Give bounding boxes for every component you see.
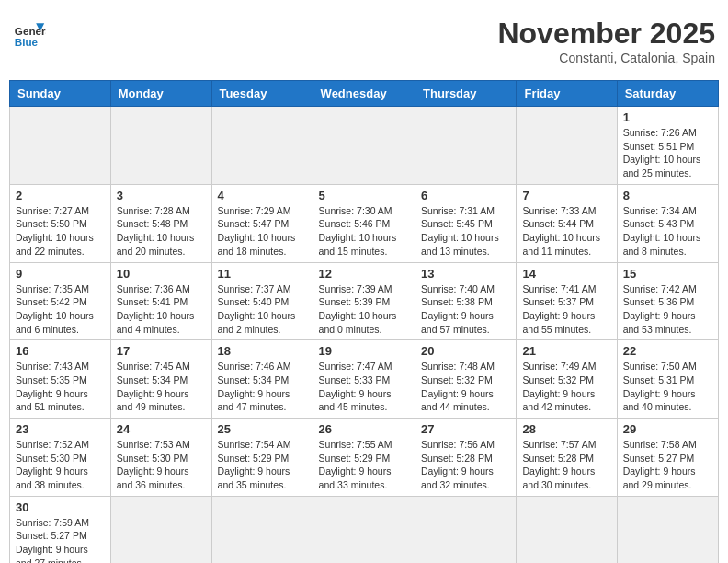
day-info: Sunrise: 7:49 AM Sunset: 5:32 PM Dayligh…	[522, 360, 610, 414]
calendar-cell: 12Sunrise: 7:39 AM Sunset: 5:39 PM Dayli…	[313, 262, 415, 340]
calendar-cell	[211, 107, 313, 185]
day-number: 22	[623, 344, 712, 358]
day-number: 23	[16, 422, 105, 436]
calendar-cell: 25Sunrise: 7:54 AM Sunset: 5:29 PM Dayli…	[211, 419, 313, 497]
calendar-cell	[517, 107, 617, 185]
calendar-cell	[313, 107, 415, 185]
calendar-cell: 1Sunrise: 7:26 AM Sunset: 5:51 PM Daylig…	[617, 107, 718, 185]
day-number: 30	[16, 500, 105, 514]
day-info: Sunrise: 7:45 AM Sunset: 5:34 PM Dayligh…	[117, 360, 206, 414]
day-number: 24	[117, 422, 206, 436]
calendar-cell: 26Sunrise: 7:55 AM Sunset: 5:29 PM Dayli…	[313, 419, 415, 497]
subtitle: Constanti, Catalonia, Spain	[497, 51, 715, 65]
day-number: 16	[16, 344, 105, 358]
week-row-2: 2Sunrise: 7:27 AM Sunset: 5:50 PM Daylig…	[10, 184, 719, 262]
days-header-row: SundayMondayTuesdayWednesdayThursdayFrid…	[10, 81, 719, 107]
calendar-cell: 24Sunrise: 7:53 AM Sunset: 5:30 PM Dayli…	[110, 419, 211, 497]
day-number: 4	[218, 189, 307, 202]
day-info: Sunrise: 7:31 AM Sunset: 5:45 PM Dayligh…	[421, 204, 510, 259]
day-info: Sunrise: 7:28 AM Sunset: 5:48 PM Dayligh…	[117, 204, 206, 259]
day-number: 21	[522, 344, 610, 358]
calendar-cell: 5Sunrise: 7:30 AM Sunset: 5:46 PM Daylig…	[313, 184, 415, 262]
day-info: Sunrise: 7:57 AM Sunset: 5:28 PM Dayligh…	[522, 438, 610, 492]
day-info: Sunrise: 7:41 AM Sunset: 5:37 PM Dayligh…	[522, 282, 610, 337]
calendar-cell	[110, 107, 211, 185]
day-number: 13	[421, 267, 510, 281]
day-number: 28	[522, 422, 610, 436]
calendar-cell: 17Sunrise: 7:45 AM Sunset: 5:34 PM Dayli…	[110, 340, 211, 419]
day-number: 29	[623, 422, 712, 436]
day-info: Sunrise: 7:36 AM Sunset: 5:41 PM Dayligh…	[117, 282, 206, 337]
day-info: Sunrise: 7:39 AM Sunset: 5:39 PM Dayligh…	[319, 282, 409, 337]
week-row-5: 23Sunrise: 7:52 AM Sunset: 5:30 PM Dayli…	[10, 419, 719, 497]
calendar-cell: 19Sunrise: 7:47 AM Sunset: 5:33 PM Dayli…	[313, 340, 415, 419]
day-header-monday: Monday	[110, 81, 211, 107]
calendar-cell: 8Sunrise: 7:34 AM Sunset: 5:43 PM Daylig…	[617, 184, 718, 262]
day-info: Sunrise: 7:46 AM Sunset: 5:34 PM Dayligh…	[218, 360, 307, 414]
calendar-cell	[211, 496, 313, 563]
day-number: 7	[522, 189, 610, 202]
day-number: 9	[16, 267, 105, 281]
day-header-sunday: Sunday	[10, 81, 111, 107]
calendar-cell: 13Sunrise: 7:40 AM Sunset: 5:38 PM Dayli…	[415, 262, 517, 340]
day-info: Sunrise: 7:35 AM Sunset: 5:42 PM Dayligh…	[16, 282, 105, 337]
day-number: 1	[623, 110, 712, 124]
day-info: Sunrise: 7:50 AM Sunset: 5:31 PM Dayligh…	[623, 360, 712, 414]
calendar-cell: 3Sunrise: 7:28 AM Sunset: 5:48 PM Daylig…	[110, 184, 211, 262]
calendar-cell: 16Sunrise: 7:43 AM Sunset: 5:35 PM Dayli…	[10, 340, 111, 419]
calendar-cell	[415, 107, 517, 185]
day-number: 2	[16, 189, 105, 202]
day-info: Sunrise: 7:47 AM Sunset: 5:33 PM Dayligh…	[319, 360, 409, 414]
calendar-cell: 7Sunrise: 7:33 AM Sunset: 5:44 PM Daylig…	[517, 184, 617, 262]
calendar-cell: 18Sunrise: 7:46 AM Sunset: 5:34 PM Dayli…	[211, 340, 313, 419]
day-info: Sunrise: 7:33 AM Sunset: 5:44 PM Dayligh…	[522, 204, 610, 259]
day-info: Sunrise: 7:58 AM Sunset: 5:27 PM Dayligh…	[623, 438, 712, 492]
calendar-cell: 9Sunrise: 7:35 AM Sunset: 5:42 PM Daylig…	[10, 262, 111, 340]
day-info: Sunrise: 7:56 AM Sunset: 5:28 PM Dayligh…	[421, 438, 510, 492]
week-row-6: 30Sunrise: 7:59 AM Sunset: 5:27 PM Dayli…	[10, 496, 719, 563]
calendar-cell: 27Sunrise: 7:56 AM Sunset: 5:28 PM Dayli…	[415, 419, 517, 497]
day-number: 5	[319, 189, 409, 202]
day-info: Sunrise: 7:26 AM Sunset: 5:51 PM Dayligh…	[623, 126, 712, 180]
day-number: 15	[623, 267, 712, 281]
header: General Blue November 2025 Constanti, Ca…	[9, 9, 719, 73]
day-info: Sunrise: 7:48 AM Sunset: 5:32 PM Dayligh…	[421, 360, 510, 414]
day-info: Sunrise: 7:52 AM Sunset: 5:30 PM Dayligh…	[16, 438, 105, 492]
calendar-cell: 4Sunrise: 7:29 AM Sunset: 5:47 PM Daylig…	[211, 184, 313, 262]
calendar-cell: 14Sunrise: 7:41 AM Sunset: 5:37 PM Dayli…	[517, 262, 617, 340]
calendar-cell: 10Sunrise: 7:36 AM Sunset: 5:41 PM Dayli…	[110, 262, 211, 340]
week-row-1: 1Sunrise: 7:26 AM Sunset: 5:51 PM Daylig…	[10, 107, 719, 185]
day-header-wednesday: Wednesday	[313, 81, 415, 107]
calendar-cell: 30Sunrise: 7:59 AM Sunset: 5:27 PM Dayli…	[10, 496, 111, 563]
calendar-cell: 28Sunrise: 7:57 AM Sunset: 5:28 PM Dayli…	[517, 419, 617, 497]
day-number: 18	[218, 344, 307, 358]
day-info: Sunrise: 7:54 AM Sunset: 5:29 PM Dayligh…	[218, 438, 307, 492]
day-number: 10	[117, 267, 206, 281]
day-header-tuesday: Tuesday	[211, 81, 313, 107]
day-number: 25	[218, 422, 307, 436]
day-number: 17	[117, 344, 206, 358]
week-row-4: 16Sunrise: 7:43 AM Sunset: 5:35 PM Dayli…	[10, 340, 719, 419]
day-header-friday: Friday	[517, 81, 617, 107]
day-info: Sunrise: 7:27 AM Sunset: 5:50 PM Dayligh…	[16, 204, 105, 259]
calendar-cell: 6Sunrise: 7:31 AM Sunset: 5:45 PM Daylig…	[415, 184, 517, 262]
calendar-cell: 20Sunrise: 7:48 AM Sunset: 5:32 PM Dayli…	[415, 340, 517, 419]
calendar-cell: 21Sunrise: 7:49 AM Sunset: 5:32 PM Dayli…	[517, 340, 617, 419]
day-info: Sunrise: 7:29 AM Sunset: 5:47 PM Dayligh…	[218, 204, 307, 259]
day-info: Sunrise: 7:59 AM Sunset: 5:27 PM Dayligh…	[16, 516, 105, 563]
day-number: 20	[421, 344, 510, 358]
calendar-cell	[313, 496, 415, 563]
title-area: November 2025 Constanti, Catalonia, Spai…	[497, 17, 715, 65]
calendar-cell: 22Sunrise: 7:50 AM Sunset: 5:31 PM Dayli…	[617, 340, 718, 419]
day-header-saturday: Saturday	[617, 81, 718, 107]
calendar-cell: 2Sunrise: 7:27 AM Sunset: 5:50 PM Daylig…	[10, 184, 111, 262]
calendar-cell	[517, 496, 617, 563]
svg-text:Blue: Blue	[15, 36, 39, 48]
day-info: Sunrise: 7:34 AM Sunset: 5:43 PM Dayligh…	[623, 204, 712, 259]
day-info: Sunrise: 7:43 AM Sunset: 5:35 PM Dayligh…	[16, 360, 105, 414]
day-info: Sunrise: 7:55 AM Sunset: 5:29 PM Dayligh…	[319, 438, 409, 492]
calendar-cell: 23Sunrise: 7:52 AM Sunset: 5:30 PM Dayli…	[10, 419, 111, 497]
day-number: 12	[319, 267, 409, 281]
week-row-3: 9Sunrise: 7:35 AM Sunset: 5:42 PM Daylig…	[10, 262, 719, 340]
calendar-cell	[110, 496, 211, 563]
